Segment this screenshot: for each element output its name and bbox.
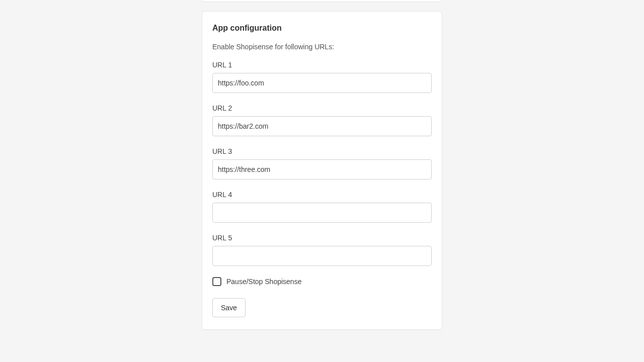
url-input-4[interactable]	[212, 203, 432, 223]
pause-checkbox-label: Pause/Stop Shopisense	[226, 278, 301, 286]
url-input-1[interactable]	[212, 73, 432, 93]
url-input-3[interactable]	[212, 159, 432, 179]
save-button[interactable]: Save	[212, 298, 246, 317]
previous-card-bottom	[202, 0, 442, 2]
card-description: Enable Shopisense for following URLs:	[212, 43, 432, 51]
url-field-5: URL 5	[212, 234, 432, 266]
url-input-2[interactable]	[212, 116, 432, 136]
url-field-3: URL 3	[212, 147, 432, 179]
url-input-5[interactable]	[212, 246, 432, 266]
url-label-4: URL 4	[212, 191, 432, 199]
url-field-4: URL 4	[212, 191, 432, 223]
card-title: App configuration	[212, 24, 432, 33]
url-label-5: URL 5	[212, 234, 432, 242]
pause-checkbox-row: Pause/Stop Shopisense	[212, 277, 432, 286]
url-label-3: URL 3	[212, 147, 432, 155]
url-field-2: URL 2	[212, 104, 432, 136]
url-label-1: URL 1	[212, 61, 432, 69]
url-field-1: URL 1	[212, 61, 432, 93]
pause-checkbox[interactable]	[212, 277, 221, 286]
url-label-2: URL 2	[212, 104, 432, 112]
app-configuration-card: App configuration Enable Shopisense for …	[202, 11, 442, 330]
